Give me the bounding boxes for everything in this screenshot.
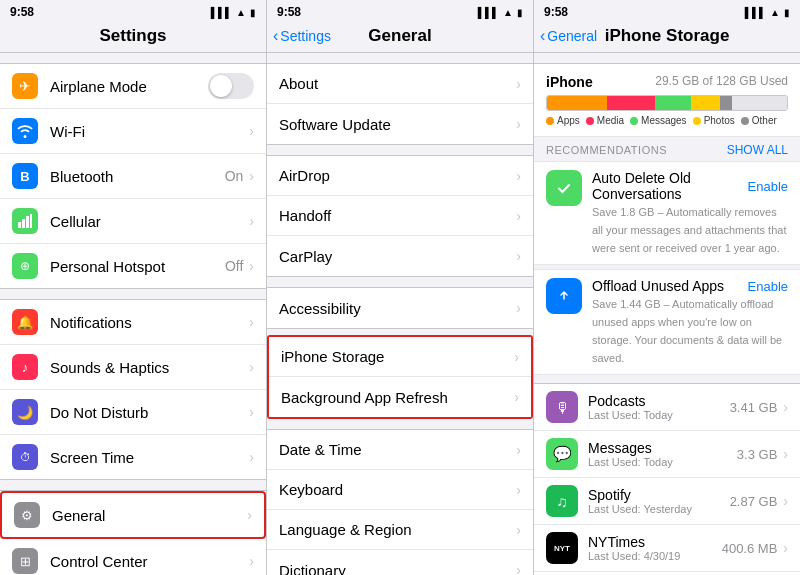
general-back-arrow: ‹ [273, 27, 278, 45]
podcasts-size: 3.41 GB [730, 400, 778, 415]
settings-item-notifications[interactable]: 🔔 Notifications › [0, 300, 266, 345]
status-bar-2: 9:58 ▌▌▌ ▲ ▮ [267, 0, 533, 22]
general-icon: ⚙ [14, 502, 40, 528]
signal-icon-2: ▌▌▌ [478, 7, 499, 18]
app-list-section: 🎙 Podcasts Last Used: Today 3.41 GB › 💬 … [534, 383, 800, 575]
storage-back-arrow: ‹ [540, 27, 545, 45]
general-item-airdrop[interactable]: AirDrop › [267, 156, 533, 196]
podcasts-name: Podcasts [588, 393, 730, 409]
podcasts-used: Last Used: Today [588, 409, 730, 421]
show-all-button[interactable]: SHOW ALL [727, 143, 788, 157]
settings-item-cellular[interactable]: Cellular › [0, 199, 266, 244]
app-item-podcasts[interactable]: 🎙 Podcasts Last Used: Today 3.41 GB › [534, 384, 800, 431]
airplane-label: Airplane Mode [50, 78, 208, 95]
spotify-info: Spotify Last Used: Yesterday [588, 487, 730, 515]
general-item-iphone-storage[interactable]: iPhone Storage › [269, 337, 531, 377]
carplay-label: CarPlay [279, 248, 516, 265]
hotspot-value: Off [225, 258, 243, 274]
offload-desc: Save 1.44 GB – Automatically offload unu… [592, 298, 782, 364]
legend-photos: Photos [693, 115, 735, 126]
bluetooth-value: On [225, 168, 244, 184]
settings-title: Settings [99, 26, 166, 46]
panel-storage: 9:58 ▌▌▌ ▲ ▮ ‹ General iPhone Storage iP… [534, 0, 800, 575]
general-item-handoff[interactable]: Handoff › [267, 196, 533, 236]
sounds-icon: ♪ [12, 354, 38, 380]
wifi-icon [12, 118, 38, 144]
language-label: Language & Region [279, 521, 516, 538]
dnd-chevron: › [249, 404, 254, 420]
general-section-3: Accessibility › [267, 287, 533, 329]
settings-item-controlcenter[interactable]: ⊞ Control Center › [0, 539, 266, 575]
storage-capacity: 29.5 GB of 128 GB Used [655, 74, 788, 90]
settings-section-2: 🔔 Notifications › ♪ Sounds & Haptics › 🌙… [0, 299, 266, 480]
general-item-dictionary[interactable]: Dictionary › [267, 550, 533, 575]
svg-rect-2 [26, 216, 29, 228]
settings-scroll[interactable]: ✈ Airplane Mode Wi-Fi › B Bluetooth On › [0, 53, 266, 575]
panel-settings: 9:58 ▌▌▌ ▲ ▮ Settings ✈ Airplane Mode [0, 0, 267, 575]
general-item-keyboard[interactable]: Keyboard › [267, 470, 533, 510]
general-back-button[interactable]: ‹ Settings [273, 27, 331, 45]
general-item-carplay[interactable]: CarPlay › [267, 236, 533, 276]
offload-row: Offload Unused Apps Enable [592, 278, 788, 294]
settings-item-wifi[interactable]: Wi-Fi › [0, 109, 266, 154]
general-section-1: About › Software Update › [267, 63, 533, 145]
notifications-chevron: › [249, 314, 254, 330]
settings-item-airplane[interactable]: ✈ Airplane Mode [0, 64, 266, 109]
messages-info: Messages Last Used: Today [588, 440, 737, 468]
settings-item-bluetooth[interactable]: B Bluetooth On › [0, 154, 266, 199]
storage-scroll[interactable]: iPhone 29.5 GB of 128 GB Used Apps [534, 53, 800, 575]
controlcenter-chevron: › [249, 553, 254, 569]
settings-item-hotspot[interactable]: ⊕ Personal Hotspot Off › [0, 244, 266, 288]
dnd-icon: 🌙 [12, 399, 38, 425]
rec-item-autodelete[interactable]: Auto Delete Old Conversations Enable Sav… [534, 161, 800, 265]
general-section-2: AirDrop › Handoff › CarPlay › [267, 155, 533, 277]
offload-name: Offload Unused Apps [592, 278, 724, 294]
hotspot-label: Personal Hotspot [50, 258, 225, 275]
offload-enable[interactable]: Enable [748, 279, 788, 294]
podcasts-info: Podcasts Last Used: Today [588, 393, 730, 421]
wifi-icon: ▲ [236, 7, 246, 18]
screentime-label: Screen Time [50, 449, 249, 466]
wifi-icon-2: ▲ [503, 7, 513, 18]
general-item-accessibility[interactable]: Accessibility › [267, 288, 533, 328]
signal-icon-3: ▌▌▌ [745, 7, 766, 18]
softwareupdate-label: Software Update [279, 116, 516, 133]
airplane-toggle[interactable] [208, 73, 254, 99]
about-label: About [279, 75, 516, 92]
storage-bar [546, 95, 788, 111]
settings-item-dnd[interactable]: 🌙 Do Not Disturb › [0, 390, 266, 435]
settings-item-general[interactable]: ⚙ General › [0, 491, 266, 539]
svg-rect-3 [30, 214, 32, 228]
general-scroll[interactable]: About › Software Update › AirDrop › Hand… [267, 53, 533, 575]
app-item-messages[interactable]: 💬 Messages Last Used: Today 3.3 GB › [534, 431, 800, 478]
general-item-backgroundrefresh[interactable]: Background App Refresh › [269, 377, 531, 417]
datetime-label: Date & Time [279, 441, 516, 458]
general-item-datetime[interactable]: Date & Time › [267, 430, 533, 470]
messages-name: Messages [588, 440, 737, 456]
general-item-language[interactable]: Language & Region › [267, 510, 533, 550]
dictionary-label: Dictionary [279, 562, 516, 576]
general-item-about[interactable]: About › [267, 64, 533, 104]
iphone-storage-label: iPhone Storage [281, 348, 514, 365]
app-item-spotify[interactable]: ♫ Spotify Last Used: Yesterday 2.87 GB › [534, 478, 800, 525]
accessibility-label: Accessibility [279, 300, 516, 317]
autodelete-enable[interactable]: Enable [748, 179, 788, 194]
storage-seg-free [732, 96, 787, 110]
wifi-label: Wi-Fi [50, 123, 249, 140]
autodelete-row: Auto Delete Old Conversations Enable [592, 170, 788, 202]
legend-apps: Apps [546, 115, 580, 126]
svg-rect-1 [22, 219, 25, 228]
rec-item-offload[interactable]: Offload Unused Apps Enable Save 1.44 GB … [534, 269, 800, 375]
app-item-nytimes[interactable]: NYT NYTimes Last Used: 4/30/19 400.6 MB … [534, 525, 800, 572]
settings-item-sounds[interactable]: ♪ Sounds & Haptics › [0, 345, 266, 390]
panel-general: 9:58 ▌▌▌ ▲ ▮ ‹ Settings General About › … [267, 0, 534, 575]
storage-back-button[interactable]: ‹ General [540, 27, 597, 45]
offload-icon [546, 278, 582, 314]
general-nav-title: General [368, 26, 431, 46]
legend-media: Media [586, 115, 624, 126]
storage-seg-photos [691, 96, 720, 110]
general-item-softwareupdate[interactable]: Software Update › [267, 104, 533, 144]
battery-icon-2: ▮ [517, 7, 523, 18]
settings-item-screentime[interactable]: ⏱ Screen Time › [0, 435, 266, 479]
nytimes-used: Last Used: 4/30/19 [588, 550, 722, 562]
